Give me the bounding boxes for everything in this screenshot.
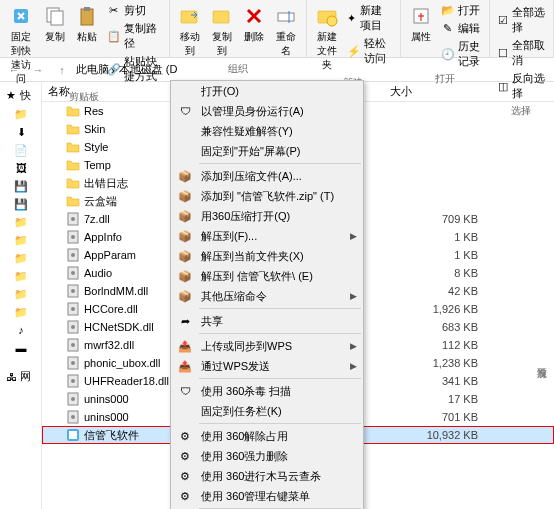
select-all-button[interactable]: ☑全部选择	[496, 4, 547, 36]
sidebar-sub-10[interactable]: 📁	[0, 267, 41, 285]
sidebar-sub-14[interactable]: ▬	[0, 339, 41, 357]
file-size: 1 KB	[344, 231, 498, 243]
menu-item[interactable]: 📤通过WPS发送▶	[171, 356, 363, 376]
drive-icon: ▬	[14, 341, 28, 355]
menu-item-label: 解压到(F)...	[201, 229, 257, 244]
document-icon: 📄	[14, 143, 28, 157]
file-icon	[66, 320, 80, 334]
menu-item-icon	[177, 143, 193, 159]
new-folder-button[interactable]: 新建 文件夹	[313, 2, 341, 74]
menu-item[interactable]: 📦其他压缩命令▶	[171, 286, 363, 306]
menu-item[interactable]: 📦添加到 "信管飞软件.zip" (T)	[171, 186, 363, 206]
download-icon: ⬇	[14, 125, 28, 139]
cut-button[interactable]: ✂剪切	[105, 2, 163, 19]
nav-forward-button[interactable]: →	[28, 60, 48, 80]
menu-item-label: 解压到当前文件夹(X)	[201, 249, 304, 264]
sidebar-network[interactable]: 🖧网	[0, 367, 41, 386]
menu-item-label: 解压到 信管飞软件\ (E)	[201, 269, 313, 284]
copy-icon	[43, 4, 67, 28]
ribbon-group-select: ☑全部选择 ☐全部取消 ◫反向选择 选择	[490, 0, 554, 57]
sidebar-sub-11[interactable]: 📁	[0, 285, 41, 303]
menu-item[interactable]: 📦添加到压缩文件(A)...	[171, 166, 363, 186]
crumb-drive[interactable]: 本地磁盘 (D	[119, 62, 178, 77]
menu-item[interactable]: 打开(O)	[171, 81, 363, 101]
menu-item[interactable]: 兼容性疑难解答(Y)	[171, 121, 363, 141]
drive-icon: 💾	[14, 179, 28, 193]
sidebar-sub-9[interactable]: 📁	[0, 249, 41, 267]
new-item-button[interactable]: ✦新建项目	[345, 2, 394, 34]
file-icon	[66, 230, 80, 244]
menu-item[interactable]: 🛡使用 360杀毒 扫描	[171, 381, 363, 401]
sidebar-sub-1[interactable]: 📁	[0, 105, 41, 123]
file-size: 17 KB	[344, 393, 498, 405]
menu-item[interactable]: 📤上传或同步到WPS▶	[171, 336, 363, 356]
file-icon	[66, 302, 80, 316]
svg-point-31	[71, 379, 75, 383]
menu-item[interactable]: ⚙使用 360解除占用	[171, 426, 363, 446]
menu-item[interactable]: 📦用360压缩打开(Q)	[171, 206, 363, 226]
paste-button[interactable]: 粘贴	[73, 2, 101, 46]
delete-button[interactable]: 删除	[240, 2, 268, 46]
menu-separator	[199, 308, 361, 309]
picture-icon: 🖼	[14, 161, 28, 175]
move-to-button[interactable]: 移动到	[176, 2, 204, 60]
copy-to-button[interactable]: 复制到	[208, 2, 236, 60]
crumb-this-pc[interactable]: 此电脑›	[76, 62, 115, 77]
copy-button[interactable]: 复制	[41, 2, 69, 46]
file-size: 701 KB	[344, 411, 498, 423]
sidebar-sub-13[interactable]: ♪	[0, 321, 41, 339]
copy-path-button[interactable]: 📋复制路径	[105, 20, 163, 52]
menu-item-icon: 📤	[177, 338, 193, 354]
menu-separator	[199, 333, 361, 334]
network-icon: 🖧	[4, 370, 18, 384]
menu-item-icon: 🛡	[177, 383, 193, 399]
menu-item[interactable]: 📦解压到当前文件夹(X)	[171, 246, 363, 266]
menu-item[interactable]: ➦共享	[171, 311, 363, 331]
svg-point-35	[71, 415, 75, 419]
easy-access-button[interactable]: ⚡轻松访问	[345, 35, 394, 67]
menu-item-icon: 📦	[177, 288, 193, 304]
sidebar-sub-2[interactable]: ⬇	[0, 123, 41, 141]
svg-point-33	[71, 397, 75, 401]
rename-button[interactable]: 重命名	[272, 2, 300, 60]
menu-item[interactable]: 🛡以管理员身份运行(A)	[171, 101, 363, 121]
sidebar-sub-4[interactable]: 🖼	[0, 159, 41, 177]
nav-back-button[interactable]: ←	[4, 60, 24, 80]
menu-item[interactable]: ⚙使用 360管理右键菜单	[171, 486, 363, 506]
nav-up-button[interactable]: ↑	[52, 60, 72, 80]
menu-item-label: 固定到任务栏(K)	[201, 404, 282, 419]
ribbon-group-clipboard: 固定到快 速访问 复制 粘贴 ✂剪切 📋复制路径 🔗粘贴快捷方式 剪贴板	[0, 0, 170, 57]
menu-separator	[199, 163, 361, 164]
select-none-button[interactable]: ☐全部取消	[496, 37, 547, 69]
file-size: 341 KB	[344, 375, 498, 387]
folder-icon: 📁	[14, 287, 28, 301]
file-size: 8 KB	[344, 267, 498, 279]
menu-item[interactable]: 固定到"开始"屏幕(P)	[171, 141, 363, 161]
sidebar-sub-6[interactable]: 💾	[0, 195, 41, 213]
history-button[interactable]: 🕘历史记录	[439, 38, 483, 70]
rename-icon	[274, 4, 298, 28]
select-none-icon: ☐	[498, 46, 509, 60]
menu-item[interactable]: ⚙使用 360强力删除	[171, 446, 363, 466]
sidebar-quick-access[interactable]: ★快	[0, 86, 41, 105]
folder-icon	[66, 176, 80, 190]
sidebar-sub-7[interactable]: 📁	[0, 213, 41, 231]
chevron-right-icon: ›	[111, 64, 115, 76]
menu-item[interactable]: 📦解压到 信管飞软件\ (E)	[171, 266, 363, 286]
file-size: 42 KB	[344, 285, 498, 297]
menu-item-label: 打开(O)	[201, 84, 239, 99]
ribbon-group-new: 新建 文件夹 ✦新建项目 ⚡轻松访问 新建	[307, 0, 401, 57]
move-icon	[178, 4, 202, 28]
menu-item[interactable]: 固定到任务栏(K)	[171, 401, 363, 421]
sidebar-sub-12[interactable]: 📁	[0, 303, 41, 321]
sidebar-sub-5[interactable]: 💾	[0, 177, 41, 195]
sidebar-sub-8[interactable]: 📁	[0, 231, 41, 249]
menu-item-label: 其他压缩命令	[201, 289, 267, 304]
file-icon	[66, 248, 80, 262]
open-button[interactable]: 📂打开	[439, 2, 483, 19]
menu-item[interactable]: 📦解压到(F)...▶	[171, 226, 363, 246]
properties-button[interactable]: 属性	[407, 2, 435, 46]
menu-item[interactable]: ⚙使用 360进行木马云查杀	[171, 466, 363, 486]
edit-button[interactable]: ✎编辑	[439, 20, 483, 37]
sidebar-sub-3[interactable]: 📄	[0, 141, 41, 159]
